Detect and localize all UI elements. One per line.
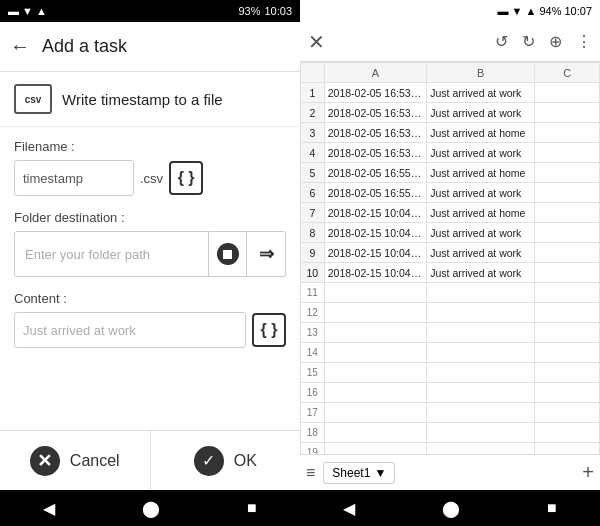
cell-a-empty[interactable]: [324, 303, 427, 323]
cell-b-empty[interactable]: [427, 323, 535, 343]
cell-a[interactable]: 2018-02-15 10:04:18: [324, 223, 427, 243]
table-row-empty[interactable]: 15: [301, 363, 600, 383]
cell-b[interactable]: Just arrived at work: [427, 183, 535, 203]
table-row[interactable]: 2 2018-02-05 16:53:32 Just arrived at wo…: [301, 103, 600, 123]
cell-c[interactable]: [535, 103, 600, 123]
more-options-icon[interactable]: ⋮: [576, 32, 592, 51]
cell-a[interactable]: 2018-02-15 10:04:25: [324, 263, 427, 283]
table-row[interactable]: 6 2018-02-05 16:55:43 Just arrived at wo…: [301, 183, 600, 203]
cell-b[interactable]: Just arrived at home: [427, 123, 535, 143]
table-row-empty[interactable]: 13: [301, 323, 600, 343]
cell-b-empty[interactable]: [427, 383, 535, 403]
cell-c[interactable]: [535, 83, 600, 103]
cell-b-empty[interactable]: [427, 443, 535, 455]
stop-button[interactable]: [209, 231, 247, 277]
undo-icon[interactable]: ↺: [495, 32, 508, 51]
cell-a[interactable]: 2018-02-05 16:53:44: [324, 123, 427, 143]
cell-b[interactable]: Just arrived at home: [427, 163, 535, 183]
cell-a[interactable]: 2018-02-05 16:53:32: [324, 103, 427, 123]
cell-b[interactable]: Just arrived at work: [427, 83, 535, 103]
cell-a[interactable]: 2018-02-05 16:53:24: [324, 83, 427, 103]
cell-c-empty[interactable]: [535, 403, 600, 423]
table-row-empty[interactable]: 17: [301, 403, 600, 423]
cell-c[interactable]: [535, 123, 600, 143]
cell-a-empty[interactable]: [324, 363, 427, 383]
cell-b[interactable]: Just arrived at home: [427, 203, 535, 223]
cell-a-empty[interactable]: [324, 323, 427, 343]
close-button[interactable]: ✕: [308, 30, 325, 54]
redo-icon[interactable]: ↻: [522, 32, 535, 51]
cell-b-empty[interactable]: [427, 423, 535, 443]
cell-c[interactable]: [535, 263, 600, 283]
add-person-icon[interactable]: ⊕: [549, 32, 562, 51]
cell-c[interactable]: [535, 223, 600, 243]
table-row[interactable]: 4 2018-02-05 16:53:52 Just arrived at wo…: [301, 143, 600, 163]
filename-input[interactable]: [14, 160, 134, 196]
cell-a-empty[interactable]: [324, 383, 427, 403]
table-row-empty[interactable]: 12: [301, 303, 600, 323]
cell-a[interactable]: 2018-02-05 16:55:37: [324, 163, 427, 183]
cell-c[interactable]: [535, 143, 600, 163]
cell-c-empty[interactable]: [535, 343, 600, 363]
cell-a[interactable]: 2018-02-05 16:53:52: [324, 143, 427, 163]
cell-b-empty[interactable]: [427, 303, 535, 323]
cell-b[interactable]: Just arrived at work: [427, 243, 535, 263]
filename-braces-button[interactable]: { }: [169, 161, 203, 195]
folder-input[interactable]: [14, 231, 209, 277]
table-row[interactable]: 5 2018-02-05 16:55:37 Just arrived at ho…: [301, 163, 600, 183]
recents-nav-icon-right[interactable]: ■: [547, 499, 557, 517]
table-row[interactable]: 1 2018-02-05 16:53:24 Just arrived at wo…: [301, 83, 600, 103]
table-row-empty[interactable]: 11: [301, 283, 600, 303]
table-row-empty[interactable]: 14: [301, 343, 600, 363]
sheet-tab[interactable]: Sheet1 ▼: [323, 462, 395, 484]
add-sheet-button[interactable]: +: [582, 461, 594, 484]
cell-b[interactable]: Just arrived at work: [427, 263, 535, 283]
cell-c[interactable]: [535, 183, 600, 203]
cell-a-empty[interactable]: [324, 423, 427, 443]
cell-c-empty[interactable]: [535, 303, 600, 323]
cell-a[interactable]: 2018-02-15 10:04:22: [324, 243, 427, 263]
cell-b-empty[interactable]: [427, 363, 535, 383]
home-nav-icon[interactable]: ⬤: [142, 499, 160, 518]
table-row[interactable]: 10 2018-02-15 10:04:25 Just arrived at w…: [301, 263, 600, 283]
table-row-empty[interactable]: 16: [301, 383, 600, 403]
home-nav-icon-right[interactable]: ⬤: [442, 499, 460, 518]
cell-c-empty[interactable]: [535, 423, 600, 443]
cell-a[interactable]: 2018-02-15 10:04:11: [324, 203, 427, 223]
table-row[interactable]: 9 2018-02-15 10:04:22 Just arrived at wo…: [301, 243, 600, 263]
content-braces-button[interactable]: { }: [252, 313, 286, 347]
cell-c-empty[interactable]: [535, 283, 600, 303]
recents-nav-icon[interactable]: ■: [247, 499, 257, 517]
hamburger-icon[interactable]: ≡: [306, 464, 315, 482]
table-row[interactable]: 3 2018-02-05 16:53:44 Just arrived at ho…: [301, 123, 600, 143]
cell-b-empty[interactable]: [427, 343, 535, 363]
cell-b[interactable]: Just arrived at work: [427, 223, 535, 243]
cell-c-empty[interactable]: [535, 323, 600, 343]
cell-b[interactable]: Just arrived at work: [427, 103, 535, 123]
back-nav-icon[interactable]: ◀: [43, 499, 55, 518]
cell-b-empty[interactable]: [427, 283, 535, 303]
cell-b[interactable]: Just arrived at work: [427, 143, 535, 163]
back-button[interactable]: ←: [10, 35, 30, 58]
cell-c-empty[interactable]: [535, 383, 600, 403]
cell-c-empty[interactable]: [535, 443, 600, 455]
cell-b-empty[interactable]: [427, 403, 535, 423]
table-row-empty[interactable]: 18: [301, 423, 600, 443]
table-row[interactable]: 7 2018-02-15 10:04:11 Just arrived at ho…: [301, 203, 600, 223]
cell-c[interactable]: [535, 243, 600, 263]
back-nav-icon-right[interactable]: ◀: [343, 499, 355, 518]
table-row-empty[interactable]: 19: [301, 443, 600, 455]
table-row[interactable]: 8 2018-02-15 10:04:18 Just arrived at wo…: [301, 223, 600, 243]
arrow-forward-button[interactable]: ⇒: [247, 231, 285, 277]
cell-a-empty[interactable]: [324, 283, 427, 303]
cell-c[interactable]: [535, 203, 600, 223]
cell-c-empty[interactable]: [535, 363, 600, 383]
content-input[interactable]: [14, 312, 246, 348]
cell-a-empty[interactable]: [324, 343, 427, 363]
cell-a[interactable]: 2018-02-05 16:55:43: [324, 183, 427, 203]
cell-a-empty[interactable]: [324, 403, 427, 423]
cell-a-empty[interactable]: [324, 443, 427, 455]
ok-button[interactable]: ✓ OK: [151, 431, 301, 490]
cancel-button[interactable]: ✕ Cancel: [0, 431, 151, 490]
cell-c[interactable]: [535, 163, 600, 183]
